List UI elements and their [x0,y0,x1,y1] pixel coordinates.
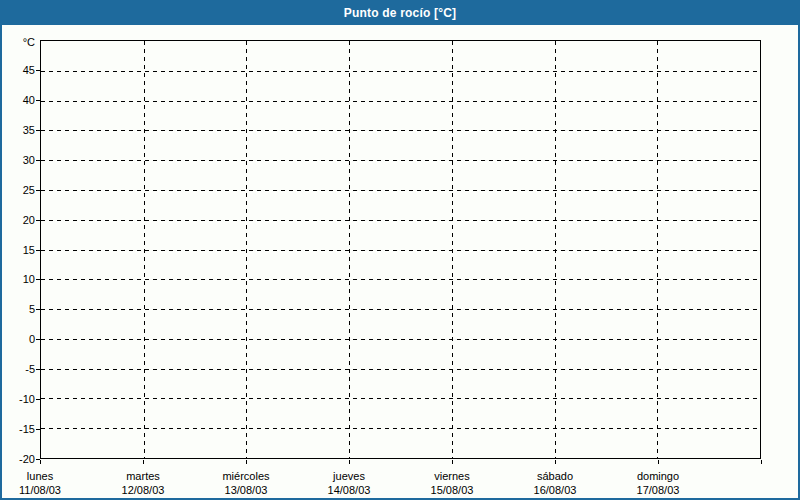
y-tick-mark [36,339,40,340]
v-gridline [349,41,350,458]
x-day-label: miércoles [194,470,298,482]
x-tick-mark [452,460,453,464]
x-tick-mark [40,460,41,464]
y-tick-label: 15 [0,244,35,256]
v-gridline [657,41,658,458]
x-day-label: lunes [0,470,92,482]
x-date-label: 16/08/03 [503,484,607,496]
x-tick-mark [761,460,762,464]
x-date-label: 17/08/03 [606,484,710,496]
h-gridline [41,220,760,221]
x-tick-mark [658,460,659,464]
y-tick-label: 25 [0,184,35,196]
y-tick-label: 40 [0,94,35,106]
x-day-label: sábado [503,470,607,482]
y-tick-mark [36,279,40,280]
x-date-label: 15/08/03 [400,484,504,496]
h-gridline [41,71,760,72]
y-tick-label: -5 [0,363,35,375]
y-tick-mark [36,369,40,370]
y-tick-mark [36,100,40,101]
y-tick-label: -20 [0,453,35,465]
y-tick-mark [36,220,40,221]
h-gridline [41,250,760,251]
h-gridline [41,428,760,429]
v-gridline [246,41,247,458]
y-tick-mark [36,160,40,161]
x-day-label: jueves [297,470,401,482]
y-tick-mark [36,309,40,310]
h-gridline [41,101,760,102]
h-gridline [41,398,760,399]
y-tick-label: -10 [0,393,35,405]
y-tick-label: 35 [0,124,35,136]
chart-panel: Punto de rocío [°C] °C 45403530252015105… [0,0,800,500]
y-tick-label: 0 [0,333,35,345]
y-tick-label: 20 [0,214,35,226]
chart-title-bar: Punto de rocío [°C] [0,0,800,25]
v-gridline [144,41,145,458]
y-tick-label: 30 [0,154,35,166]
y-tick-mark [36,190,40,191]
x-date-label: 11/08/03 [0,484,92,496]
h-gridline [41,309,760,310]
x-date-label: 14/08/03 [297,484,401,496]
y-tick-mark [36,130,40,131]
plot-area [40,40,761,459]
chart-title: Punto de rocío [°C] [344,6,457,20]
x-tick-mark [349,460,350,464]
v-gridline [555,41,556,458]
x-day-label: viernes [400,470,504,482]
x-date-label: 13/08/03 [194,484,298,496]
y-tick-mark [36,70,40,71]
y-tick-mark [36,429,40,430]
y-tick-label: 10 [0,273,35,285]
x-tick-mark [555,460,556,464]
h-gridline [41,160,760,161]
x-day-label: domingo [606,470,710,482]
h-gridline [41,279,760,280]
y-tick-label: 45 [0,64,35,76]
v-gridline [452,41,453,458]
x-day-label: martes [91,470,195,482]
h-gridline [41,130,760,131]
y-tick-label: -15 [0,423,35,435]
x-tick-mark [143,460,144,464]
y-tick-label: 5 [0,303,35,315]
y-tick-mark [36,250,40,251]
h-gridline [41,369,760,370]
x-tick-mark [246,460,247,464]
h-gridline [41,339,760,340]
x-date-label: 12/08/03 [91,484,195,496]
y-tick-mark [36,399,40,400]
h-gridline [41,190,760,191]
y-axis-unit-label: °C [0,36,35,48]
